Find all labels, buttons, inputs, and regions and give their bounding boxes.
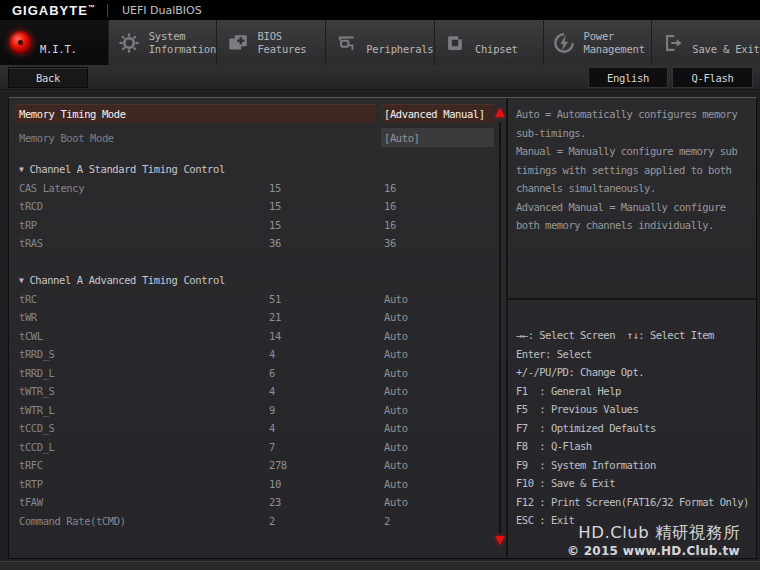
help-text: Auto = Automatically configures memory s… (508, 98, 756, 300)
setting-label: tRC (19, 293, 269, 305)
setting-current-value: 10 (269, 478, 384, 490)
setting-row[interactable]: tWTR_L9Auto (9, 401, 506, 420)
title-bar: GIGABYTE™ UEFI DualBIOS (0, 0, 760, 20)
setting-row[interactable]: tCCD_S4Auto (9, 419, 506, 438)
setting-current-value: 15 (269, 219, 384, 231)
setting-current-value: 6 (269, 367, 384, 379)
trademark: ™ (88, 3, 95, 10)
firmware-title: UEFI DualBIOS (122, 4, 202, 17)
setting-current-value: 4 (269, 348, 384, 360)
setting-current-value: 15 (269, 182, 384, 194)
setting-preset-value: Auto (384, 367, 506, 379)
scrollbar[interactable] (499, 122, 501, 534)
settings-pane: Memory Timing Mode [Advanced Manual] Mem… (9, 98, 506, 558)
setting-preset-value: Auto (384, 496, 506, 508)
setting-row[interactable]: Command Rate(tCMD)22 (9, 512, 506, 531)
secondary-bar: Back English Q-Flash (0, 65, 760, 90)
setting-preset-value: Auto (384, 385, 506, 397)
setting-label: tRAS (19, 237, 269, 249)
setting-row[interactable]: tRCD1516 (9, 197, 506, 216)
setting-current-value: 4 (269, 422, 384, 434)
exit-door-icon (661, 31, 684, 54)
tab-save-exit[interactable]: Save & Exit (652, 20, 760, 65)
setting-label: tRP (19, 219, 269, 231)
setting-preset-value: Auto (384, 311, 506, 323)
setting-current-value: 21 (269, 311, 384, 323)
setting-current-value: 2 (269, 515, 384, 527)
setting-label: tWTR_S (19, 385, 269, 397)
lightning-icon (553, 31, 576, 54)
setting-label: tRRD_S (19, 348, 269, 360)
tab-mit[interactable]: M.I.T. (0, 20, 109, 65)
setting-current-value: 14 (269, 330, 384, 342)
setting-current-value: 7 (269, 441, 384, 453)
setting-value: [Advanced Manual] (381, 104, 494, 123)
content-panel: Memory Timing Mode [Advanced Manual] Mem… (8, 97, 757, 559)
setting-label: Memory Boot Mode (19, 132, 114, 144)
qflash-button[interactable]: Q-Flash (672, 67, 753, 88)
tab-chipset[interactable]: Chipset (435, 20, 544, 65)
setting-label: tWTR_L (19, 404, 269, 416)
setting-label: tWR (19, 311, 269, 323)
setting-row[interactable]: tFAW23Auto (9, 493, 506, 512)
setting-row[interactable]: tRC51Auto (9, 290, 506, 309)
setting-row[interactable]: tCCD_L7Auto (9, 438, 506, 457)
setting-row[interactable]: tRRD_L6Auto (9, 364, 506, 383)
section-title: Channel A Standard Timing Control (29, 163, 224, 175)
setting-label: tRCD (19, 200, 269, 212)
setting-row[interactable]: tRP1516 (9, 216, 506, 235)
setting-preset-value: Auto (384, 293, 506, 305)
scroll-down-icon[interactable] (495, 536, 505, 545)
setting-label: tRRD_L (19, 367, 269, 379)
setting-preset-value: Auto (384, 478, 506, 490)
section-title: Channel A Advanced Timing Control (29, 274, 224, 286)
section-header-standard-timing[interactable]: ▼ Channel A Standard Timing Control (9, 160, 506, 179)
mit-orb-icon (9, 31, 32, 54)
setting-row-memory-timing-mode[interactable]: Memory Timing Mode [Advanced Manual] (15, 104, 506, 123)
setting-preset-value: Auto (384, 441, 506, 453)
setting-preset-value: Auto (384, 330, 506, 342)
setting-row[interactable]: tRRD_S4Auto (9, 345, 506, 364)
setting-label: tCWL (19, 330, 269, 342)
tab-power-management[interactable]: PowerManagement (544, 20, 653, 65)
setting-row[interactable]: tRAS3636 (9, 234, 506, 253)
setting-current-value: 4 (269, 385, 384, 397)
peripherals-mouse-icon (335, 31, 358, 54)
collapse-triangle-icon: ▼ (19, 276, 23, 285)
setting-preset-value: Auto (384, 422, 506, 434)
setting-preset-value: Auto (384, 459, 506, 471)
setting-row[interactable]: tWR21Auto (9, 308, 506, 327)
divider (107, 4, 108, 17)
setting-label: tCCD_L (19, 441, 269, 453)
back-button[interactable]: Back (8, 67, 88, 88)
setting-row[interactable]: tRFC278Auto (9, 456, 506, 475)
key-hints: →←: Select Screen ↑↓: Select Item Enter:… (508, 300, 756, 558)
language-button[interactable]: English (588, 67, 668, 88)
spacer (9, 253, 506, 272)
section-header-advanced-timing[interactable]: ▼ Channel A Advanced Timing Control (9, 271, 506, 290)
setting-preset-value: Auto (384, 404, 506, 416)
tab-peripherals[interactable]: Peripherals (326, 20, 435, 65)
setting-label: tRTP (19, 478, 269, 490)
setting-row-memory-boot-mode[interactable]: Memory Boot Mode [Auto] (15, 128, 506, 147)
setting-row[interactable]: tWTR_S4Auto (9, 382, 506, 401)
setting-row[interactable]: tRTP10Auto (9, 475, 506, 494)
tab-system-information[interactable]: SystemInformation (109, 20, 218, 65)
info-pane: Auto = Automatically configures memory s… (506, 98, 756, 558)
setting-preset-value: 36 (384, 237, 506, 249)
setting-preset-value: Auto (384, 348, 506, 360)
setting-label: Command Rate(tCMD) (19, 515, 269, 527)
setting-value: [Auto] (381, 128, 494, 147)
main-tab-bar: M.I.T. SystemInformation (0, 20, 760, 65)
scroll-up-icon[interactable] (495, 108, 505, 117)
gigabyte-logo: GIGABYTE™ (12, 3, 95, 18)
setting-preset-value: 16 (384, 182, 506, 194)
tab-bios-features[interactable]: BIOSFeatures (217, 20, 326, 65)
collapse-triangle-icon: ▼ (19, 165, 23, 174)
chipset-icon (444, 31, 467, 54)
setting-preset-value: 16 (384, 200, 506, 212)
setting-current-value: 278 (269, 459, 384, 471)
setting-row[interactable]: CAS Latency1516 (9, 179, 506, 198)
setting-row[interactable]: tCWL14Auto (9, 327, 506, 346)
gear-icon (118, 31, 141, 54)
